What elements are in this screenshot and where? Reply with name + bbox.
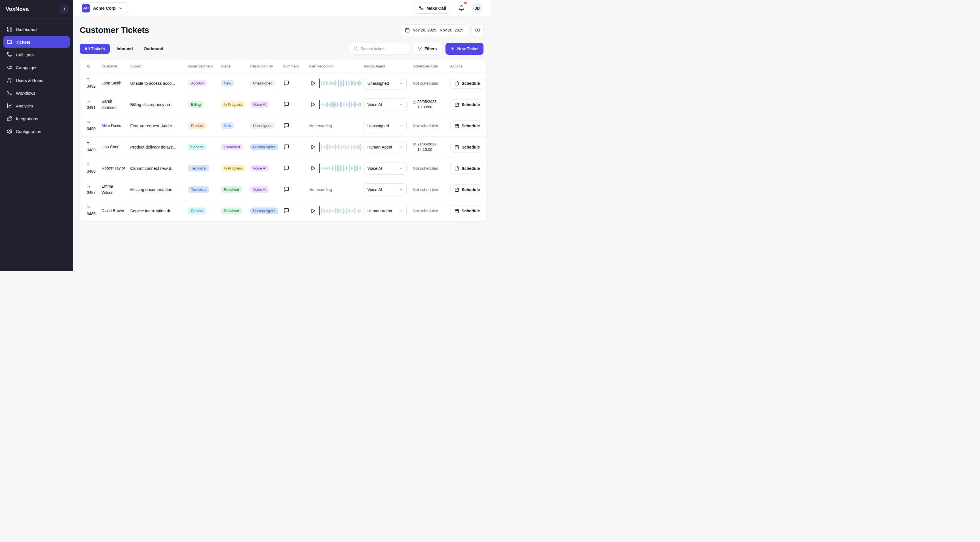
search-input[interactable] xyxy=(360,46,405,51)
schedule-button[interactable]: Schedule xyxy=(450,142,484,153)
assign-agent-select[interactable]: Voice AI xyxy=(364,183,407,196)
calendar-icon xyxy=(405,28,410,33)
assign-agent-select[interactable]: Human Agent xyxy=(364,141,407,153)
play-recording-button[interactable] xyxy=(309,165,317,172)
column-header-subject: Subject xyxy=(128,60,186,73)
bell-icon xyxy=(458,5,465,11)
ticket-row-t-3488: T-3488Robert TaylorCannot connect new d.… xyxy=(80,157,486,179)
assign-agent-value: Unassigned xyxy=(367,81,389,86)
ticket-subject: Missing documentation... xyxy=(130,188,183,192)
play-recording-button[interactable] xyxy=(309,143,317,151)
chat-bubble-icon xyxy=(283,144,289,150)
settings-button[interactable] xyxy=(472,24,484,36)
tab-all-tickets[interactable]: All Tickets xyxy=(80,44,110,54)
summary-chat-button[interactable] xyxy=(283,101,290,108)
assign-agent-select[interactable]: Human Agent xyxy=(364,205,407,217)
calendar-icon xyxy=(455,124,459,128)
new-ticket-button[interactable]: New Ticket xyxy=(445,43,484,55)
column-header-call-recording: Call Recording xyxy=(307,60,361,73)
customer-name: Lisa Chen xyxy=(102,144,126,150)
issue-segment-badge: Product xyxy=(188,122,207,129)
schedule-label: Schedule xyxy=(461,102,480,107)
resolution-by-badge: Unassigned xyxy=(250,80,275,86)
schedule-button[interactable]: Schedule xyxy=(450,78,484,89)
sidebar-item-analytics[interactable]: Analytics xyxy=(3,100,70,111)
play-recording-button[interactable] xyxy=(309,79,317,87)
schedule-button[interactable]: Schedule xyxy=(450,121,484,131)
assign-agent-select[interactable]: Voice AI xyxy=(364,162,407,175)
schedule-button[interactable]: Schedule xyxy=(450,163,484,174)
column-header-issue-segment: Issue Segment xyxy=(186,60,219,73)
date-range-button[interactable]: Nov 20, 2025 - Nov 20, 2025 xyxy=(400,24,468,36)
tab-inbound[interactable]: Inbound xyxy=(113,44,137,54)
sidebar-nav: DashboardTicketsCall LogsCampaignsUsers … xyxy=(0,18,73,142)
notifications-button[interactable] xyxy=(457,4,466,12)
sidebar-item-workflows[interactable]: Workflows xyxy=(3,87,70,99)
sidebar-item-users-roles[interactable]: Users & Roles xyxy=(3,75,70,86)
sidebar-item-call-logs[interactable]: Call Logs xyxy=(3,49,70,60)
ticket-id: T-3486 xyxy=(87,205,97,217)
assign-agent-select[interactable]: Unassigned xyxy=(364,77,407,90)
column-header-resolution-by: Resolution By xyxy=(248,60,281,73)
ticket-row-t-3490: T-3490Mike DavisFeature request: Add e..… xyxy=(80,115,486,136)
calendar-mini-icon xyxy=(413,142,416,146)
schedule-button[interactable]: Schedule xyxy=(450,99,484,110)
not-scheduled-label: Not scheduled xyxy=(413,188,438,192)
user-avatar[interactable]: JD xyxy=(472,3,483,14)
stage-badge: Resolved xyxy=(221,186,242,193)
customer-name: Robert Taylor xyxy=(102,165,126,172)
scheduled-date: 21/05/2023, 14:15:00 xyxy=(413,142,446,153)
content: Customer Tickets Nov 20, 2025 - Nov 20, … xyxy=(73,16,490,271)
phone-icon xyxy=(419,6,424,11)
summary-chat-button[interactable] xyxy=(283,186,290,193)
ticket-tabs: All TicketsInboundOutbound xyxy=(80,44,167,54)
summary-chat-button[interactable] xyxy=(283,143,290,150)
sidebar-item-label: Analytics xyxy=(16,103,33,108)
summary-chat-button[interactable] xyxy=(283,207,290,214)
sidebar-item-integrations[interactable]: Integrations xyxy=(3,113,70,124)
sidebar-item-label: Configuration xyxy=(16,129,41,134)
summary-chat-button[interactable] xyxy=(283,165,290,172)
summary-chat-button[interactable] xyxy=(283,79,290,86)
search-icon xyxy=(353,46,358,51)
waveform-cursor xyxy=(319,164,320,173)
no-recording-label: No recording xyxy=(309,124,332,128)
sidebar-item-campaigns[interactable]: Campaigns xyxy=(3,62,70,73)
assign-agent-select[interactable]: Unassigned xyxy=(364,120,407,132)
ticket-id: T-3489 xyxy=(87,141,97,153)
play-recording-button[interactable] xyxy=(309,207,317,214)
column-header-scheduled-call: Scheduled Call xyxy=(410,60,448,73)
customer-name: Sarah Johnson xyxy=(102,99,126,111)
resolution-by-badge: Voice AI xyxy=(250,165,269,172)
waveform-cursor xyxy=(319,206,320,215)
waveform xyxy=(319,100,361,110)
play-recording-button[interactable] xyxy=(309,101,317,108)
assign-agent-value: Voice AI xyxy=(367,166,382,171)
org-selector[interactable]: AC Acme Corp xyxy=(80,2,127,14)
make-call-button[interactable]: Make Call xyxy=(414,3,451,14)
ticket-id: T-3487 xyxy=(87,183,97,196)
notification-dot xyxy=(464,2,467,4)
column-header-id: ID xyxy=(80,60,99,73)
phone-icon xyxy=(7,52,13,57)
waveform-cursor xyxy=(319,142,320,152)
gear-icon xyxy=(475,27,480,33)
summary-chat-button[interactable] xyxy=(283,122,290,129)
assign-agent-value: Unassigned xyxy=(367,124,389,128)
assign-agent-select[interactable]: Voice AI xyxy=(364,99,407,111)
sidebar-item-dashboard[interactable]: Dashboard xyxy=(3,24,70,35)
sidebar-collapse-button[interactable] xyxy=(60,4,69,14)
plus-icon xyxy=(450,46,455,51)
app-logo: VoxNova xyxy=(6,6,29,12)
ticket-row-t-3489: T-3489Lisa ChenProduct delivery delaye..… xyxy=(80,136,486,157)
chevron-left-icon xyxy=(62,7,67,11)
chat-bubble-icon xyxy=(283,80,289,86)
not-scheduled-label: Not scheduled xyxy=(413,124,438,128)
sidebar-item-configuration[interactable]: Configuration xyxy=(3,126,70,137)
sidebar-item-tickets[interactable]: Tickets xyxy=(3,36,70,48)
filters-button[interactable]: Filters xyxy=(412,43,442,55)
calendar-icon xyxy=(455,209,459,213)
schedule-button[interactable]: Schedule xyxy=(450,205,484,216)
tab-outbound[interactable]: Outbound xyxy=(140,44,167,54)
schedule-button[interactable]: Schedule xyxy=(450,184,484,195)
